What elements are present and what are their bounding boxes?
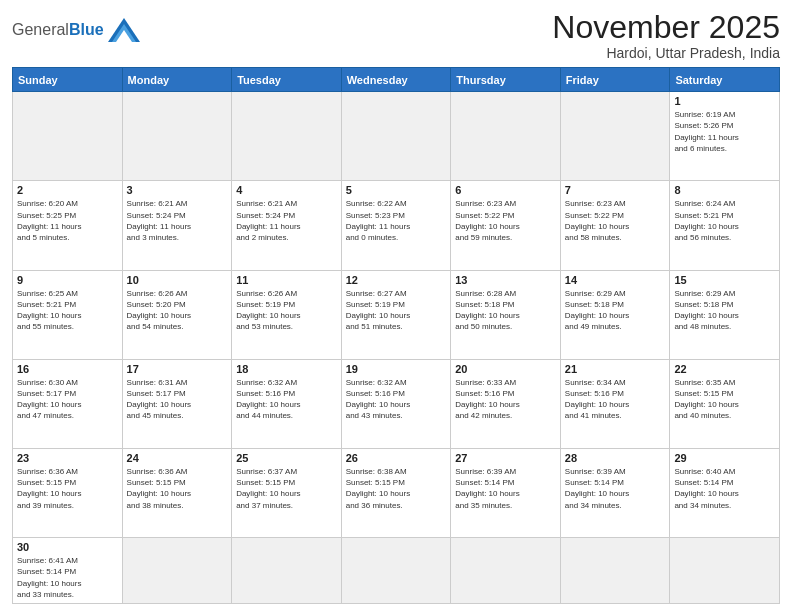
calendar-cell: 14Sunrise: 6:29 AM Sunset: 5:18 PM Dayli… [560, 270, 670, 359]
calendar-cell [232, 92, 342, 181]
day-number: 9 [17, 274, 118, 286]
calendar-cell [341, 538, 451, 604]
week-row-3: 16Sunrise: 6:30 AM Sunset: 5:17 PM Dayli… [13, 359, 780, 448]
weekday-header-saturday: Saturday [670, 68, 780, 92]
calendar-cell: 16Sunrise: 6:30 AM Sunset: 5:17 PM Dayli… [13, 359, 123, 448]
logo-general: General [12, 21, 69, 38]
calendar-cell [13, 92, 123, 181]
day-info: Sunrise: 6:34 AM Sunset: 5:16 PM Dayligh… [565, 377, 666, 422]
day-number: 8 [674, 184, 775, 196]
day-info: Sunrise: 6:33 AM Sunset: 5:16 PM Dayligh… [455, 377, 556, 422]
day-number: 30 [17, 541, 118, 553]
calendar-cell: 28Sunrise: 6:39 AM Sunset: 5:14 PM Dayli… [560, 449, 670, 538]
header: GeneralBlue November 2025 Hardoi, Uttar … [12, 10, 780, 61]
day-info: Sunrise: 6:29 AM Sunset: 5:18 PM Dayligh… [674, 288, 775, 333]
day-info: Sunrise: 6:39 AM Sunset: 5:14 PM Dayligh… [565, 466, 666, 511]
day-number: 7 [565, 184, 666, 196]
day-number: 2 [17, 184, 118, 196]
week-row-5: 30Sunrise: 6:41 AM Sunset: 5:14 PM Dayli… [13, 538, 780, 604]
calendar-cell: 7Sunrise: 6:23 AM Sunset: 5:22 PM Daylig… [560, 181, 670, 270]
week-row-1: 2Sunrise: 6:20 AM Sunset: 5:25 PM Daylig… [13, 181, 780, 270]
calendar-cell: 1Sunrise: 6:19 AM Sunset: 5:26 PM Daylig… [670, 92, 780, 181]
day-number: 25 [236, 452, 337, 464]
weekday-header-friday: Friday [560, 68, 670, 92]
day-info: Sunrise: 6:25 AM Sunset: 5:21 PM Dayligh… [17, 288, 118, 333]
day-number: 20 [455, 363, 556, 375]
day-info: Sunrise: 6:21 AM Sunset: 5:24 PM Dayligh… [236, 198, 337, 243]
day-number: 11 [236, 274, 337, 286]
day-number: 24 [127, 452, 228, 464]
calendar-cell: 17Sunrise: 6:31 AM Sunset: 5:17 PM Dayli… [122, 359, 232, 448]
calendar-cell [451, 538, 561, 604]
calendar-cell [341, 92, 451, 181]
day-number: 27 [455, 452, 556, 464]
weekday-header-row: SundayMondayTuesdayWednesdayThursdayFrid… [13, 68, 780, 92]
calendar-cell: 2Sunrise: 6:20 AM Sunset: 5:25 PM Daylig… [13, 181, 123, 270]
weekday-header-thursday: Thursday [451, 68, 561, 92]
day-number: 18 [236, 363, 337, 375]
day-info: Sunrise: 6:35 AM Sunset: 5:15 PM Dayligh… [674, 377, 775, 422]
calendar: SundayMondayTuesdayWednesdayThursdayFrid… [12, 67, 780, 604]
day-info: Sunrise: 6:22 AM Sunset: 5:23 PM Dayligh… [346, 198, 447, 243]
day-number: 15 [674, 274, 775, 286]
calendar-cell: 22Sunrise: 6:35 AM Sunset: 5:15 PM Dayli… [670, 359, 780, 448]
day-number: 13 [455, 274, 556, 286]
calendar-cell: 11Sunrise: 6:26 AM Sunset: 5:19 PM Dayli… [232, 270, 342, 359]
calendar-cell: 21Sunrise: 6:34 AM Sunset: 5:16 PM Dayli… [560, 359, 670, 448]
weekday-header-wednesday: Wednesday [341, 68, 451, 92]
calendar-cell: 3Sunrise: 6:21 AM Sunset: 5:24 PM Daylig… [122, 181, 232, 270]
calendar-cell: 27Sunrise: 6:39 AM Sunset: 5:14 PM Dayli… [451, 449, 561, 538]
calendar-cell: 9Sunrise: 6:25 AM Sunset: 5:21 PM Daylig… [13, 270, 123, 359]
day-number: 1 [674, 95, 775, 107]
calendar-cell: 5Sunrise: 6:22 AM Sunset: 5:23 PM Daylig… [341, 181, 451, 270]
day-info: Sunrise: 6:31 AM Sunset: 5:17 PM Dayligh… [127, 377, 228, 422]
day-info: Sunrise: 6:39 AM Sunset: 5:14 PM Dayligh… [455, 466, 556, 511]
calendar-cell: 10Sunrise: 6:26 AM Sunset: 5:20 PM Dayli… [122, 270, 232, 359]
day-number: 10 [127, 274, 228, 286]
weekday-header-monday: Monday [122, 68, 232, 92]
day-info: Sunrise: 6:23 AM Sunset: 5:22 PM Dayligh… [455, 198, 556, 243]
day-number: 19 [346, 363, 447, 375]
calendar-cell: 15Sunrise: 6:29 AM Sunset: 5:18 PM Dayli… [670, 270, 780, 359]
day-number: 28 [565, 452, 666, 464]
day-number: 23 [17, 452, 118, 464]
day-info: Sunrise: 6:20 AM Sunset: 5:25 PM Dayligh… [17, 198, 118, 243]
day-info: Sunrise: 6:26 AM Sunset: 5:19 PM Dayligh… [236, 288, 337, 333]
day-info: Sunrise: 6:36 AM Sunset: 5:15 PM Dayligh… [17, 466, 118, 511]
calendar-cell [560, 538, 670, 604]
weekday-header-sunday: Sunday [13, 68, 123, 92]
calendar-cell: 6Sunrise: 6:23 AM Sunset: 5:22 PM Daylig… [451, 181, 561, 270]
calendar-cell: 13Sunrise: 6:28 AM Sunset: 5:18 PM Dayli… [451, 270, 561, 359]
week-row-0: 1Sunrise: 6:19 AM Sunset: 5:26 PM Daylig… [13, 92, 780, 181]
day-number: 17 [127, 363, 228, 375]
day-number: 14 [565, 274, 666, 286]
day-info: Sunrise: 6:27 AM Sunset: 5:19 PM Dayligh… [346, 288, 447, 333]
subtitle: Hardoi, Uttar Pradesh, India [552, 45, 780, 61]
day-info: Sunrise: 6:19 AM Sunset: 5:26 PM Dayligh… [674, 109, 775, 154]
calendar-cell: 24Sunrise: 6:36 AM Sunset: 5:15 PM Dayli… [122, 449, 232, 538]
calendar-cell [451, 92, 561, 181]
page: GeneralBlue November 2025 Hardoi, Uttar … [0, 0, 792, 612]
calendar-cell: 23Sunrise: 6:36 AM Sunset: 5:15 PM Dayli… [13, 449, 123, 538]
day-number: 12 [346, 274, 447, 286]
day-info: Sunrise: 6:29 AM Sunset: 5:18 PM Dayligh… [565, 288, 666, 333]
day-info: Sunrise: 6:21 AM Sunset: 5:24 PM Dayligh… [127, 198, 228, 243]
day-number: 4 [236, 184, 337, 196]
logo-icon [106, 16, 142, 44]
day-info: Sunrise: 6:37 AM Sunset: 5:15 PM Dayligh… [236, 466, 337, 511]
day-number: 21 [565, 363, 666, 375]
title-section: November 2025 Hardoi, Uttar Pradesh, Ind… [552, 10, 780, 61]
month-title: November 2025 [552, 10, 780, 45]
week-row-2: 9Sunrise: 6:25 AM Sunset: 5:21 PM Daylig… [13, 270, 780, 359]
calendar-cell: 25Sunrise: 6:37 AM Sunset: 5:15 PM Dayli… [232, 449, 342, 538]
day-info: Sunrise: 6:36 AM Sunset: 5:15 PM Dayligh… [127, 466, 228, 511]
calendar-cell [122, 92, 232, 181]
calendar-cell [232, 538, 342, 604]
day-number: 29 [674, 452, 775, 464]
day-number: 3 [127, 184, 228, 196]
day-info: Sunrise: 6:40 AM Sunset: 5:14 PM Dayligh… [674, 466, 775, 511]
calendar-cell: 20Sunrise: 6:33 AM Sunset: 5:16 PM Dayli… [451, 359, 561, 448]
day-info: Sunrise: 6:26 AM Sunset: 5:20 PM Dayligh… [127, 288, 228, 333]
logo-blue: Blue [69, 21, 104, 38]
day-info: Sunrise: 6:28 AM Sunset: 5:18 PM Dayligh… [455, 288, 556, 333]
